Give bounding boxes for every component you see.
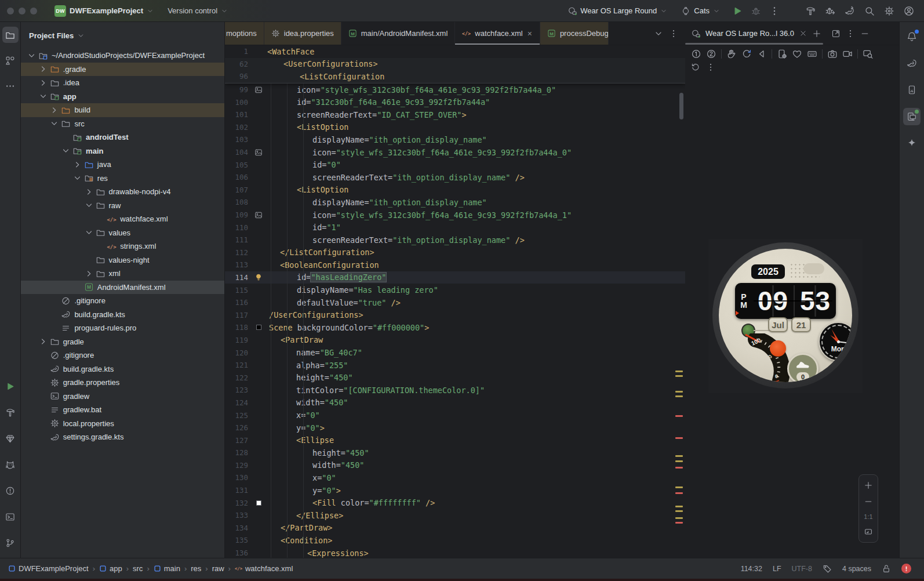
code-line[interactable]: 132<Fill color="#ffffffff" /> xyxy=(225,496,685,509)
video-icon[interactable] xyxy=(842,49,853,59)
tool-structure-button[interactable] xyxy=(2,52,19,68)
tool-running-devices-button[interactable] xyxy=(903,108,921,125)
play-icon[interactable] xyxy=(729,3,745,19)
code-line[interactable]: 133</Ellipse> xyxy=(225,509,685,522)
code-line[interactable]: 99icon="style_wfs_312c30bf_f64a_461e_9c9… xyxy=(225,83,685,96)
editor-tab[interactable]: MprocessDebug xyxy=(540,22,609,45)
code-line[interactable]: 101screenReaderText="ID_CAT_STEP_OVER"> xyxy=(225,108,685,121)
stripe-mark[interactable] xyxy=(675,460,683,462)
hand-icon[interactable] xyxy=(726,49,737,59)
code-line[interactable]: 109icon="style_wfs_312c30bf_f64a_461e_9c… xyxy=(225,209,685,221)
image-preview-icon[interactable] xyxy=(254,211,263,219)
stripe-mark[interactable] xyxy=(675,375,683,377)
tree-item[interactable]: gradle xyxy=(21,335,224,349)
stripe-mark[interactable] xyxy=(675,415,683,417)
tool-project-button[interactable] xyxy=(2,27,19,43)
image-preview-icon[interactable] xyxy=(254,148,263,157)
device-selector[interactable]: Wear OS Large Round xyxy=(563,4,672,18)
code-line[interactable]: 136<Expressions> xyxy=(225,547,685,558)
bug-dim-icon[interactable] xyxy=(748,3,764,19)
breadcrumb-item[interactable]: main xyxy=(154,564,180,573)
code-line[interactable]: 106screenReaderText="ith_option_display_… xyxy=(225,171,685,184)
more-options-icon[interactable] xyxy=(846,29,855,38)
code-line[interactable]: 1<WatchFace xyxy=(225,45,685,58)
chevron-down-icon[interactable] xyxy=(84,228,94,237)
intention-bulb-icon[interactable] xyxy=(254,273,263,281)
breadcrumb-item[interactable]: raw xyxy=(212,564,224,573)
heart-icon[interactable] xyxy=(792,49,802,59)
code-line[interactable]: 116defaultValue="true" /> xyxy=(225,296,685,309)
chevron-right-icon[interactable] xyxy=(38,337,48,346)
code-line[interactable]: 114id="hasLeadingZero" xyxy=(225,271,685,284)
tool-play-button[interactable] xyxy=(2,378,19,394)
sync-icon[interactable] xyxy=(842,3,858,19)
close-icon[interactable] xyxy=(799,30,807,37)
reset-icon[interactable] xyxy=(691,63,700,72)
tree-item[interactable]: local.properties xyxy=(21,417,224,431)
tree-item[interactable]: gradle.properties xyxy=(21,376,224,390)
gear-icon[interactable] xyxy=(881,3,897,19)
code-line[interactable]: 123tintColor="[CONFIGURATION.themeColor.… xyxy=(225,384,685,397)
tree-item[interactable]: .gradle xyxy=(21,63,224,77)
profiler-icon[interactable] xyxy=(822,3,838,19)
code-line[interactable]: 135<Condition> xyxy=(225,534,685,547)
code-line[interactable]: 103displayName="ith_option_display_name" xyxy=(225,133,685,146)
tool-device-manager-button[interactable] xyxy=(903,81,921,99)
code-line[interactable]: 112</ListConfiguration> xyxy=(225,246,685,259)
tool-terminal-button[interactable] xyxy=(2,509,19,525)
tree-item[interactable]: </>strings.xml xyxy=(21,239,224,253)
tag-icon[interactable] xyxy=(823,564,832,573)
tree-item[interactable]: drawable-nodpi-v4 xyxy=(21,185,224,199)
code-line[interactable]: 107<ListOption xyxy=(225,184,685,197)
editor-tab[interactable]: moptions xyxy=(225,22,264,45)
tree-item[interactable]: gradlew xyxy=(21,390,224,404)
zoom-out-icon[interactable] xyxy=(864,497,873,506)
chevron-down-icon[interactable] xyxy=(49,119,59,128)
tree-item[interactable]: values-night xyxy=(21,253,224,267)
screengrab-icon[interactable] xyxy=(863,49,873,59)
code-line[interactable]: 110id="1" xyxy=(225,221,685,234)
emulator-display[interactable]: 2025 P M 09 53 xyxy=(708,239,863,393)
code-line[interactable]: 102<ListOption xyxy=(225,121,685,134)
camera-icon[interactable] xyxy=(827,49,838,59)
tree-item[interactable]: .gitignore xyxy=(21,348,224,362)
tool-git-button[interactable] xyxy=(2,535,19,551)
tree-item[interactable]: .idea xyxy=(21,76,224,90)
stripe-mark[interactable] xyxy=(675,510,683,512)
code-line[interactable]: 125x="0" xyxy=(225,409,685,422)
keyboard-icon[interactable] xyxy=(807,49,817,59)
stripe-mark[interactable] xyxy=(675,506,683,507)
stripe-mark[interactable] xyxy=(675,371,683,372)
tool-sparkle-button[interactable] xyxy=(903,135,921,152)
avatar-icon[interactable] xyxy=(901,3,917,19)
code-line[interactable]: 96<ListConfiguration xyxy=(225,70,685,83)
editor-scrollbar[interactable] xyxy=(679,93,683,119)
tree-item[interactable]: build xyxy=(21,103,224,117)
close-icon[interactable]: × xyxy=(527,30,533,38)
code-line[interactable]: 127<Ellipse xyxy=(225,434,685,446)
tree-item[interactable]: ~/AndroidStudioProjects/DWFExampleProjec… xyxy=(21,49,224,63)
window-controls[interactable] xyxy=(7,8,37,14)
code-line[interactable]: 62<UserConfigurations> xyxy=(225,58,685,71)
editor-tab[interactable]: Mmain/AndroidManifest.xml xyxy=(341,22,456,45)
rotate-icon[interactable] xyxy=(741,49,752,59)
stripe-mark[interactable] xyxy=(675,395,683,397)
code-line[interactable]: 113<BooleanConfiguration xyxy=(225,259,685,271)
zoom-in-icon[interactable] xyxy=(864,481,873,490)
code-line[interactable]: 111screenReaderText="ith_option_display_… xyxy=(225,234,685,246)
breadcrumb-item[interactable]: app xyxy=(99,564,122,573)
stripe-mark[interactable] xyxy=(675,467,683,469)
image-preview-icon[interactable] xyxy=(254,86,263,94)
run-config-selector[interactable]: Cats xyxy=(676,4,725,18)
code-editor[interactable]: 1<WatchFace62<UserConfigurations>96<List… xyxy=(225,45,685,558)
file-encoding[interactable]: UTF-8 xyxy=(792,565,812,573)
tree-item[interactable]: </>watchface.xml xyxy=(21,212,224,226)
code-line[interactable]: 134</PartDraw> xyxy=(225,522,685,535)
editor-tab[interactable]: </>watchface.xml× xyxy=(455,22,540,45)
breadcrumb-item[interactable]: DWFExampleProject xyxy=(8,564,89,573)
add-tab-icon[interactable] xyxy=(812,29,821,38)
tool-gradle-button[interactable] xyxy=(903,55,921,72)
indent-setting[interactable]: 4 spaces xyxy=(842,565,871,573)
error-indicator[interactable]: ! xyxy=(901,564,911,573)
tool-more-button[interactable] xyxy=(2,78,19,94)
